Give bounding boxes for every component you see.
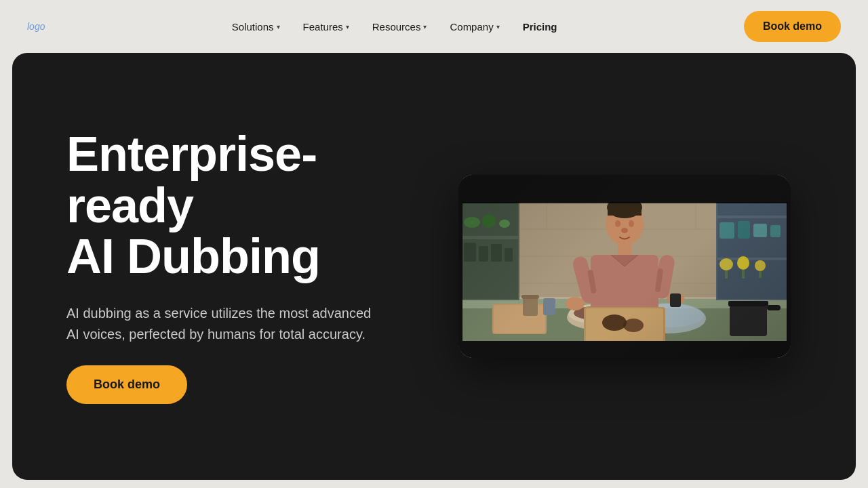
svg-rect-60 [767, 305, 781, 310]
svg-point-54 [568, 304, 620, 323]
nav-label-company: Company [450, 21, 493, 33]
svg-rect-85 [458, 343, 791, 358]
svg-point-26 [482, 214, 496, 228]
chevron-down-icon: ▾ [346, 23, 349, 30]
svg-point-25 [464, 217, 480, 228]
svg-rect-63 [608, 207, 642, 216]
svg-rect-87 [787, 175, 791, 358]
svg-rect-75 [655, 268, 664, 293]
svg-point-49 [755, 260, 766, 271]
svg-rect-74 [587, 270, 597, 294]
svg-rect-80 [523, 297, 538, 316]
chevron-down-icon: ▾ [423, 23, 427, 30]
svg-point-55 [574, 306, 614, 320]
nav-book-demo-button[interactable]: Book demo [744, 11, 841, 42]
svg-rect-41 [719, 222, 734, 239]
svg-rect-24 [502, 183, 512, 198]
svg-rect-22 [477, 180, 486, 197]
svg-point-57 [633, 303, 704, 327]
svg-point-70 [566, 297, 585, 310]
svg-point-79 [623, 319, 644, 332]
svg-rect-50 [759, 271, 762, 278]
svg-point-53 [567, 305, 621, 329]
svg-point-61 [606, 202, 644, 245]
video-left-bar [458, 175, 462, 358]
svg-rect-40 [774, 180, 783, 197]
nav-label-features: Features [303, 21, 343, 33]
svg-rect-46 [725, 270, 728, 279]
svg-rect-28 [464, 243, 476, 262]
svg-rect-73 [670, 293, 681, 307]
svg-rect-36 [719, 179, 733, 199]
video-right-bar [787, 175, 791, 358]
hero-content-left: Enterprise-ready AI Dubbing AI dubbing a… [66, 129, 420, 404]
svg-rect-58 [730, 302, 767, 336]
svg-rect-39 [764, 183, 772, 197]
hero-section: Enterprise-ready AI Dubbing AI dubbing a… [12, 53, 856, 480]
hero-title: Enterprise-ready AI Dubbing [66, 129, 420, 283]
svg-rect-20 [460, 239, 518, 299]
svg-rect-33 [717, 176, 789, 216]
svg-rect-17 [458, 299, 791, 308]
svg-point-47 [737, 256, 749, 270]
svg-rect-77 [586, 308, 663, 343]
svg-rect-59 [728, 301, 768, 306]
svg-rect-43 [753, 224, 767, 237]
svg-rect-16 [458, 307, 791, 358]
nav-label-solutions: Solutions [232, 21, 274, 33]
svg-point-78 [602, 314, 627, 331]
svg-rect-82 [543, 298, 555, 315]
svg-rect-35 [717, 260, 789, 299]
nav-label-resources: Resources [372, 21, 421, 33]
svg-point-64 [615, 220, 620, 227]
svg-rect-0 [458, 175, 791, 358]
hero-video-frame [458, 175, 791, 358]
svg-rect-1 [458, 175, 791, 297]
svg-rect-29 [479, 246, 488, 262]
svg-point-62 [607, 197, 642, 218]
chevron-down-icon: ▾ [277, 23, 280, 30]
svg-rect-67 [618, 243, 631, 256]
nav-item-solutions[interactable]: Solutions ▾ [222, 16, 290, 38]
svg-rect-86 [458, 175, 462, 358]
svg-rect-30 [491, 244, 502, 262]
nav-links: Solutions ▾ Features ▾ Resources ▾ Compa… [222, 16, 567, 38]
svg-rect-52 [494, 305, 545, 333]
svg-point-65 [629, 220, 634, 227]
nav-item-pricing[interactable]: Pricing [513, 16, 567, 38]
svg-rect-69 [571, 255, 597, 304]
svg-point-56 [631, 304, 706, 333]
svg-rect-83 [458, 175, 791, 358]
video-bottom-bar [458, 341, 791, 358]
svg-rect-31 [505, 248, 513, 262]
svg-rect-21 [464, 180, 475, 201]
svg-rect-34 [717, 218, 789, 258]
nav-item-company[interactable]: Company ▾ [440, 16, 509, 38]
svg-point-72 [667, 293, 684, 305]
svg-point-27 [499, 220, 510, 228]
nav-item-resources[interactable]: Resources ▾ [363, 16, 437, 38]
logo: logo [27, 21, 45, 32]
hero-subtitle: AI dubbing as a service utilizes the mos… [66, 303, 378, 345]
hero-content-right [448, 175, 802, 358]
svg-rect-38 [749, 182, 761, 198]
svg-rect-42 [738, 221, 750, 239]
svg-rect-68 [591, 255, 658, 316]
svg-rect-71 [653, 254, 675, 300]
svg-rect-32 [716, 175, 791, 300]
nav-label-pricing: Pricing [523, 21, 557, 33]
svg-rect-51 [492, 304, 547, 334]
svg-rect-37 [736, 180, 746, 198]
svg-rect-48 [742, 270, 745, 279]
nav-item-features[interactable]: Features ▾ [294, 16, 359, 38]
navbar: logo Solutions ▾ Features ▾ Resources ▾ … [0, 0, 868, 53]
svg-rect-84 [458, 175, 791, 203]
svg-rect-81 [521, 295, 539, 299]
kitchen-scene-illustration [458, 175, 791, 358]
svg-point-45 [719, 258, 733, 270]
hero-book-demo-button[interactable]: Book demo [66, 365, 187, 404]
svg-rect-18 [458, 175, 519, 300]
svg-point-66 [621, 228, 628, 233]
svg-rect-15 [458, 300, 791, 358]
svg-rect-19 [460, 176, 518, 236]
